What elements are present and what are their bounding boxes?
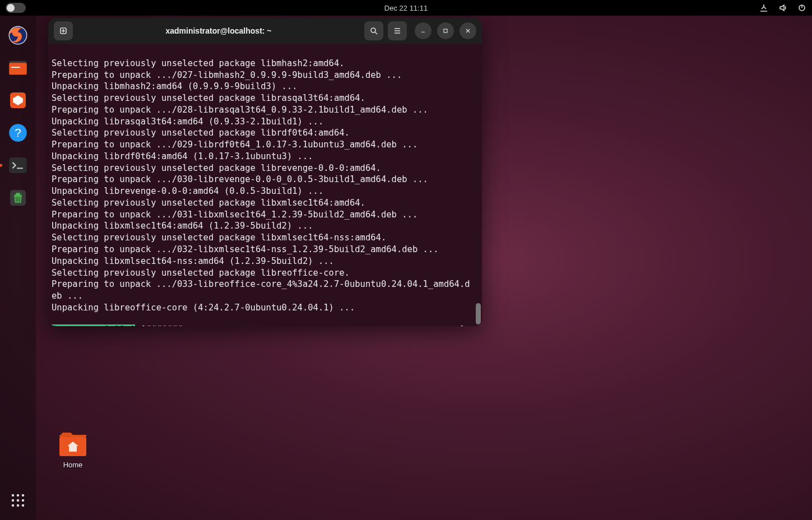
terminal-line: Selecting previously unselected package … bbox=[52, 198, 365, 208]
svg-point-17 bbox=[17, 504, 20, 507]
close-button[interactable] bbox=[460, 22, 476, 39]
progress-bar: [#######................................… bbox=[135, 324, 470, 326]
terminal-line: Preparing to unpack .../029-librdf0t64_1… bbox=[52, 140, 417, 150]
dock-firefox[interactable] bbox=[4, 21, 32, 49]
dock-trash[interactable] bbox=[4, 184, 32, 212]
top-bar: Dec 22 11:11 bbox=[0, 0, 812, 16]
desktop-home-folder[interactable]: Home bbox=[56, 431, 90, 469]
terminal-window: xadministrator@localhost: ~ Selecting pr… bbox=[48, 18, 482, 326]
svg-point-15 bbox=[22, 499, 25, 502]
terminal-line: Unpacking libmhash2:amd64 (0.9.9.9-9buil… bbox=[52, 81, 298, 91]
terminal-line: Preparing to unpack .../028-librasqal3t6… bbox=[52, 105, 428, 115]
power-icon[interactable] bbox=[797, 3, 806, 12]
terminal-line: Selecting previously unselected package … bbox=[52, 268, 350, 278]
terminal-line: Selecting previously unselected package … bbox=[52, 128, 350, 138]
minimize-button[interactable] bbox=[415, 22, 431, 39]
terminal-titlebar: xadministrator@localhost: ~ bbox=[48, 18, 482, 44]
terminal-line: Unpacking librevenge-0.0-0:amd64 (0.0.5-… bbox=[52, 186, 323, 196]
terminal-line: Preparing to unpack .../030-librevenge-0… bbox=[52, 174, 428, 184]
dock-show-applications[interactable] bbox=[4, 486, 32, 514]
svg-point-18 bbox=[22, 504, 25, 507]
svg-rect-3 bbox=[9, 63, 27, 75]
activities-pill[interactable] bbox=[6, 3, 26, 13]
svg-point-11 bbox=[17, 494, 20, 497]
svg-point-21 bbox=[371, 28, 375, 32]
dock-files[interactable] bbox=[4, 54, 32, 82]
progress-label: Progress: [ 13%] bbox=[52, 324, 135, 326]
terminal-line: Selecting previously unselected package … bbox=[52, 93, 365, 103]
new-tab-button[interactable] bbox=[54, 21, 73, 40]
svg-rect-4 bbox=[11, 67, 20, 68]
dock-help[interactable]: ? bbox=[4, 119, 32, 147]
svg-text:?: ? bbox=[15, 126, 21, 139]
terminal-line: Unpacking librdf0t64:amd64 (1.0.17-3.1ub… bbox=[52, 151, 313, 161]
search-button[interactable] bbox=[364, 21, 383, 40]
svg-rect-22 bbox=[444, 29, 447, 32]
svg-point-13 bbox=[12, 499, 15, 502]
svg-point-16 bbox=[12, 504, 15, 507]
svg-point-10 bbox=[12, 494, 15, 497]
scrollbar-thumb[interactable] bbox=[476, 303, 481, 324]
svg-rect-8 bbox=[9, 157, 27, 173]
dock-software[interactable] bbox=[4, 86, 32, 114]
network-icon[interactable] bbox=[759, 3, 768, 12]
terminal-line: eb ... bbox=[52, 291, 83, 301]
svg-point-14 bbox=[17, 499, 20, 502]
terminal-line: Unpacking libxmlsec1t64-nss:amd64 (1.2.3… bbox=[52, 256, 334, 266]
terminal-line: Preparing to unpack .../032-libxmlsec1t6… bbox=[52, 244, 439, 254]
hamburger-menu-button[interactable] bbox=[388, 21, 407, 40]
maximize-button[interactable] bbox=[437, 22, 454, 39]
dock: ? bbox=[0, 16, 36, 520]
terminal-line: Selecting previously unselected package … bbox=[52, 58, 345, 68]
terminal-line: Preparing to unpack .../033-libreoffice-… bbox=[52, 279, 470, 289]
terminal-line: Unpacking libxmlsec1t64:amd64 (1.2.39-5b… bbox=[52, 221, 313, 231]
svg-point-12 bbox=[22, 494, 25, 497]
terminal-line: Selecting previously unselected package … bbox=[52, 163, 381, 173]
volume-icon[interactable] bbox=[778, 3, 787, 12]
terminal-line: Unpacking libreoffice-core (4:24.2.7-0ub… bbox=[52, 303, 355, 313]
terminal-line: Selecting previously unselected package … bbox=[52, 233, 386, 243]
terminal-line: Preparing to unpack .../027-libmhash2_0.… bbox=[52, 70, 402, 80]
dock-terminal[interactable] bbox=[4, 151, 32, 179]
terminal-line: Preparing to unpack .../031-libxmlsec1t6… bbox=[52, 210, 417, 220]
clock[interactable]: Dec 22 11:11 bbox=[384, 4, 428, 12]
terminal-line: Unpacking librasqal3t64:amd64 (0.9.33-2.… bbox=[52, 117, 323, 127]
desktop-home-label: Home bbox=[56, 461, 90, 469]
terminal-output[interactable]: Selecting previously unselected package … bbox=[48, 44, 482, 326]
terminal-title: xadministrator@localhost: ~ bbox=[77, 26, 360, 35]
